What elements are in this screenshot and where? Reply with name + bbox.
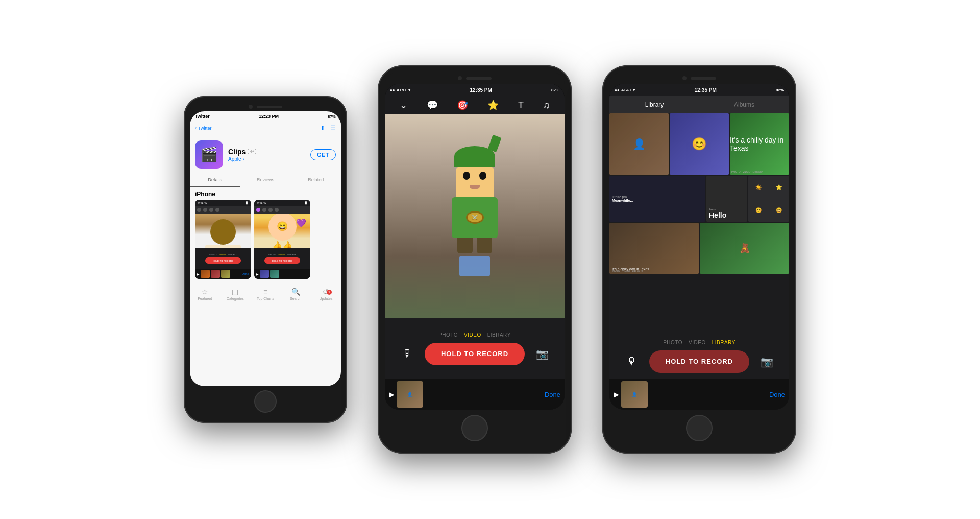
list-icon[interactable]: ☰ xyxy=(330,125,336,132)
share-icon[interactable]: ⬆ xyxy=(320,125,325,132)
battery-1: 87% xyxy=(328,114,336,119)
status-bar-2: ●● AT&T ▾ 12:35 PM 82% xyxy=(385,84,565,96)
chevron-down-icon[interactable]: ⌄ xyxy=(400,100,407,111)
mini-photo-2: PHOTO xyxy=(268,253,276,256)
mini-tool-8 xyxy=(275,208,279,212)
battery-indicator-3: 82% xyxy=(776,88,784,92)
wifi-icon-3: ▾ xyxy=(633,88,635,92)
grid-cell-4: 12:32 pm Meanwhile... xyxy=(609,176,705,222)
lib-record-button[interactable]: HOLD TO RECORD xyxy=(649,350,749,373)
mini-record-1: HOLD TO RECORD xyxy=(205,257,241,264)
status-bar-1: Twitter 12:23 PM 87% xyxy=(190,111,341,122)
screenshot-2: 9:41 AM ▊ 😄 👍👍 xyxy=(254,200,310,279)
chat-icon[interactable]: 💬 xyxy=(427,100,438,111)
lib-done-button[interactable]: Done xyxy=(769,391,785,398)
mini-photo: PHOTO xyxy=(209,253,216,256)
author-arrow: › xyxy=(242,156,244,162)
speaker-2 xyxy=(466,77,492,80)
grid-cell-1: 👤 xyxy=(609,113,669,175)
text-icon[interactable]: T xyxy=(518,100,524,111)
grid-cell-5: Anna Hello xyxy=(706,176,747,222)
camera-flip-icon[interactable]: 📷 xyxy=(535,347,549,361)
mode-library[interactable]: LIBRARY xyxy=(487,332,511,338)
mini-filmstrip-1: ▶ Done xyxy=(195,269,251,279)
mini-bottom-1: PHOTO VIDEO LIBRARY HOLD TO RECORD xyxy=(195,248,251,269)
lib-mode-library[interactable]: LIBRARY xyxy=(712,340,736,345)
lib-mode-video[interactable]: VIDEO xyxy=(689,340,706,345)
mini-tool-7 xyxy=(268,208,273,212)
grid-cell-2: 😊 xyxy=(670,113,729,175)
featured-icon: ☆ xyxy=(202,288,208,296)
record-row: 🎙 HOLD TO RECORD 📷 xyxy=(385,343,565,365)
lib-mode-photo[interactable]: PHOTO xyxy=(663,340,682,345)
time-label: 12:32 pm xyxy=(612,195,703,199)
grid-cell-8: 🧸 xyxy=(700,223,789,274)
camera-toolbar: ⌄ 💬 🎯 ⭐ T ♫ xyxy=(385,96,565,114)
music-icon[interactable]: ♫ xyxy=(543,100,550,111)
tab-albums[interactable]: Albums xyxy=(699,98,789,111)
star-icon[interactable]: ⭐ xyxy=(487,100,499,111)
lib-film-thumb-1: 👤 xyxy=(621,381,648,408)
appstore-tabs: Details Reviews Related xyxy=(190,174,341,187)
sticker-icon[interactable]: 🎯 xyxy=(457,100,468,111)
record-button[interactable]: HOLD TO RECORD xyxy=(425,343,525,365)
library-camera-bottom: PHOTO VIDEO LIBRARY 🎙 HOLD TO RECORD 📷 xyxy=(609,333,789,379)
sofa-background: ⚔️ xyxy=(385,114,565,318)
lib-play-button[interactable]: ▶ xyxy=(614,390,619,398)
app-name-row: Clips 4+ xyxy=(228,148,305,156)
speaker-1 xyxy=(257,106,282,108)
mini-film-3 xyxy=(221,270,230,278)
mini-preview-1 xyxy=(195,214,251,248)
meanwhile-label: Meanwhile... xyxy=(612,199,703,202)
mini-film-4 xyxy=(260,270,269,278)
store-tab-updates[interactable]: ↺ Updates 1 xyxy=(311,288,341,300)
carrier-name-3: AT&T xyxy=(621,88,632,92)
mini-toolbar-2 xyxy=(254,206,310,214)
search-icon: 🔍 xyxy=(291,288,300,296)
store-tab-charts[interactable]: ≡ Top Charts xyxy=(250,288,280,300)
mini-done-1: Done xyxy=(242,272,249,275)
lib-microphone-icon[interactable]: 🎙 xyxy=(625,355,639,369)
mode-video[interactable]: VIDEO xyxy=(464,332,481,338)
mini-video: VIDEO xyxy=(219,253,225,256)
mini-video-2: VIDEO xyxy=(278,253,284,256)
home-button-1[interactable] xyxy=(254,390,277,413)
grid-cell-3: It's a chilly day in Texas PHOTO · VIDEO… xyxy=(730,113,789,175)
updates-label: Updates xyxy=(319,297,332,300)
phone-top-speaker-3 xyxy=(609,73,789,84)
mini-play-1: ▶ xyxy=(197,272,200,276)
home-button-3[interactable] xyxy=(686,415,713,441)
home-button-2[interactable] xyxy=(461,415,488,441)
mini-filmstrip-2: ▶ xyxy=(254,269,310,279)
carrier-name-2: AT&T xyxy=(397,88,407,92)
get-button[interactable]: GET xyxy=(310,149,336,160)
store-tab-search[interactable]: 🔍 Search xyxy=(281,288,311,300)
app-author[interactable]: Apple › xyxy=(228,156,305,162)
cell-label-7: PHOTO · VIDEO · LIBRARY xyxy=(611,269,643,272)
back-nav[interactable]: ‹ Twitter xyxy=(195,126,212,131)
signal-dots-3: ●● xyxy=(615,88,620,92)
tab-library[interactable]: Library xyxy=(609,98,699,111)
mini-ui-1: 9:41 AM ▊ xyxy=(195,200,251,279)
grid-row-1: 👤 😊 It's a chilly day in Texas PHOTO · V… xyxy=(609,113,789,175)
time-3: 12:35 PM xyxy=(695,87,717,93)
tab-reviews[interactable]: Reviews xyxy=(240,174,291,187)
mini-play-2: ▶ xyxy=(256,272,259,276)
mode-photo[interactable]: PHOTO xyxy=(438,332,458,338)
done-button[interactable]: Done xyxy=(545,391,560,398)
tab-details[interactable]: Details xyxy=(190,174,240,187)
front-camera-2 xyxy=(458,76,462,80)
camera-bottom: PHOTO VIDEO LIBRARY 🎙 HOLD TO RECORD 📷 xyxy=(385,318,565,379)
play-button[interactable]: ▶ xyxy=(389,390,395,398)
mini-time-2: 9:41 AM xyxy=(257,201,266,204)
lib-filmstrip: ▶ 👤 Done xyxy=(609,379,789,410)
microphone-icon[interactable]: 🎙 xyxy=(400,347,414,361)
mini-film-2 xyxy=(211,270,220,278)
tab-related[interactable]: Related xyxy=(290,174,341,187)
emoji-3: 😊 xyxy=(748,199,769,222)
store-tab-featured[interactable]: ☆ Featured xyxy=(190,288,220,300)
store-tab-categories[interactable]: ◫ Categories xyxy=(220,288,250,300)
library-tab-bar: Library Albums xyxy=(609,96,789,113)
mini-toolbar-1 xyxy=(195,206,251,214)
lib-camera-icon[interactable]: 📷 xyxy=(760,355,774,369)
